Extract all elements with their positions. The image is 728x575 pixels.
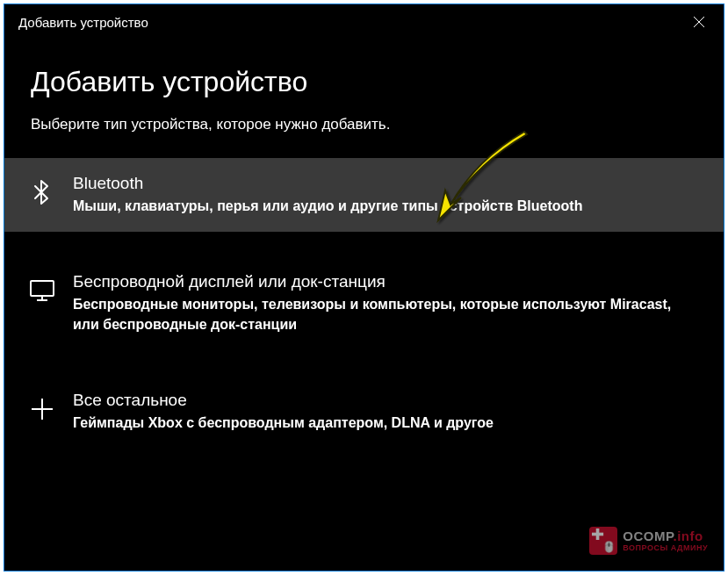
- watermark-text: OCOMP.info ВОПРОСЫ АДМИНУ: [623, 529, 708, 552]
- option-wireless-display-text: Беспроводной дисплей или док-станция Бес…: [73, 272, 697, 334]
- page-heading: Добавить устройство: [4, 66, 724, 98]
- watermark-icon: 🖱️: [589, 527, 617, 555]
- svg-rect-2: [31, 281, 54, 296]
- option-everything-else-title: Все остальное: [73, 391, 697, 410]
- watermark-brand: OCOMP.info: [623, 529, 708, 543]
- add-device-dialog: Добавить устройство Добавить устройство …: [4, 4, 724, 571]
- close-icon: [693, 16, 705, 28]
- option-everything-else[interactable]: Все остальное Геймпады Xbox с беспроводн…: [4, 375, 724, 449]
- titlebar: Добавить устройство: [4, 4, 724, 40]
- dialog-content: Добавить устройство Выберите тип устройс…: [4, 40, 724, 571]
- option-wireless-display-title: Беспроводной дисплей или док-станция: [73, 272, 697, 291]
- option-everything-else-desc: Геймпады Xbox с беспроводным адаптером, …: [73, 413, 697, 433]
- option-bluetooth-title: Bluetooth: [73, 174, 697, 193]
- plus-icon: [27, 394, 57, 424]
- option-bluetooth-text: Bluetooth Мыши, клавиатуры, перья или ау…: [73, 174, 697, 216]
- option-bluetooth[interactable]: Bluetooth Мыши, клавиатуры, перья или ау…: [4, 158, 724, 232]
- option-everything-else-text: Все остальное Геймпады Xbox с беспроводн…: [73, 391, 697, 433]
- option-wireless-display[interactable]: Беспроводной дисплей или док-станция Бес…: [4, 256, 724, 350]
- option-wireless-display-desc: Беспроводные мониторы, телевизоры и комп…: [73, 295, 697, 334]
- close-button[interactable]: [688, 11, 710, 32]
- page-subtitle: Выберите тип устройства, которое нужно д…: [4, 116, 724, 133]
- titlebar-title: Добавить устройство: [18, 15, 148, 30]
- watermark-tagline: ВОПРОСЫ АДМИНУ: [623, 544, 708, 552]
- option-bluetooth-desc: Мыши, клавиатуры, перья или аудио и друг…: [73, 197, 697, 216]
- monitor-icon: [27, 276, 57, 305]
- watermark-badge: 🖱️ OCOMP.info ВОПРОСЫ АДМИНУ: [589, 527, 708, 555]
- bluetooth-icon: [27, 177, 57, 207]
